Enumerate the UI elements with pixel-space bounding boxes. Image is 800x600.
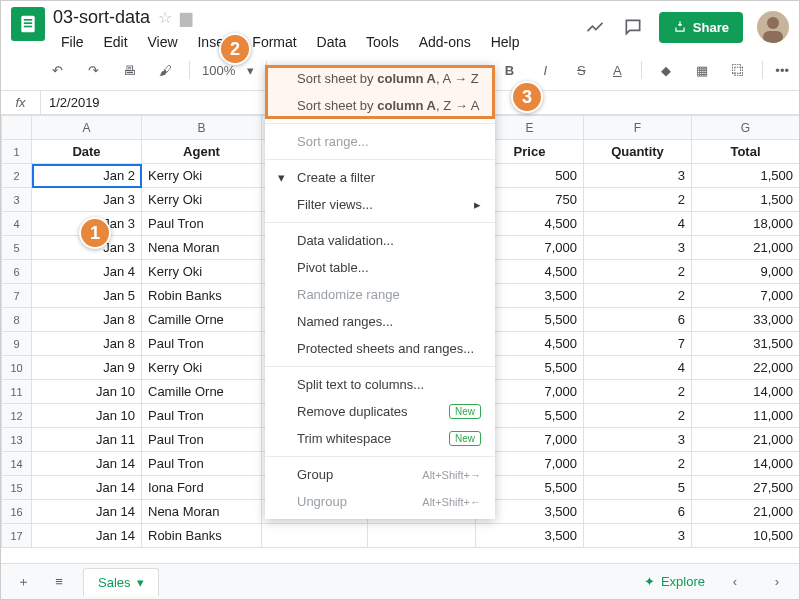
cell[interactable]: Kerry Oki — [142, 188, 262, 212]
cell[interactable]: 1,500 — [692, 164, 800, 188]
cell[interactable]: 6 — [584, 308, 692, 332]
cell[interactable]: Jan 8 — [32, 332, 142, 356]
cell[interactable]: 2 — [584, 284, 692, 308]
menu-data[interactable]: Data — [309, 30, 355, 54]
cell[interactable]: 14,000 — [692, 380, 800, 404]
menu-tools[interactable]: Tools — [358, 30, 407, 54]
cell[interactable]: 9,000 — [692, 260, 800, 284]
cell[interactable]: Paul Tron — [142, 332, 262, 356]
cell[interactable]: 11,000 — [692, 404, 800, 428]
nav-left-icon[interactable]: ‹ — [723, 570, 747, 594]
cell[interactable]: 31,500 — [692, 332, 800, 356]
cell[interactable]: Jan 14 — [32, 476, 142, 500]
dd-sort-za[interactable]: Sort sheet by column A, Z → A — [265, 92, 495, 119]
italic-icon[interactable]: I — [533, 58, 557, 82]
menu-view[interactable]: View — [139, 30, 185, 54]
col-A[interactable]: A — [32, 116, 142, 140]
sheets-logo[interactable] — [11, 7, 45, 41]
cell[interactable]: Camille Orne — [142, 308, 262, 332]
cell[interactable]: 7,000 — [692, 284, 800, 308]
cell[interactable]: Nena Moran — [142, 500, 262, 524]
more-icon[interactable]: ••• — [775, 63, 789, 78]
doc-title[interactable]: 03-sort-data — [53, 7, 150, 28]
cell[interactable]: 27,500 — [692, 476, 800, 500]
cell[interactable]: Jan 8 — [32, 308, 142, 332]
explore-button[interactable]: ✦Explore — [644, 574, 705, 589]
cell[interactable]: Iona Ford — [142, 476, 262, 500]
all-sheets-icon[interactable]: ≡ — [47, 570, 71, 594]
print-icon[interactable]: 🖶 — [117, 58, 141, 82]
cell[interactable]: 3 — [584, 428, 692, 452]
cell[interactable]: Jan 14 — [32, 524, 142, 548]
menu-help[interactable]: Help — [483, 30, 528, 54]
cell[interactable]: Paul Tron — [142, 404, 262, 428]
cell[interactable]: Nena Moran — [142, 236, 262, 260]
col-G[interactable]: G — [692, 116, 800, 140]
dd-create-filter[interactable]: ▾Create a filter — [265, 164, 495, 191]
menu-file[interactable]: File — [53, 30, 92, 54]
dd-named-ranges[interactable]: Named ranges... — [265, 308, 495, 335]
cell[interactable]: 3,500 — [476, 524, 584, 548]
share-button[interactable]: Share — [659, 12, 743, 43]
borders-icon[interactable]: ▦ — [690, 58, 714, 82]
zoom-select[interactable]: 100% — [202, 63, 235, 78]
text-color-icon[interactable]: A — [605, 58, 629, 82]
cell[interactable]: Jan 2 — [32, 164, 142, 188]
cell[interactable]: 2 — [584, 380, 692, 404]
cell[interactable]: Paul Tron — [142, 212, 262, 236]
cell[interactable]: 4 — [584, 356, 692, 380]
cell[interactable]: 7 — [584, 332, 692, 356]
merge-icon[interactable]: ⿻ — [726, 58, 750, 82]
cell[interactable]: 10,500 — [692, 524, 800, 548]
cell[interactable]: Jan 10 — [32, 404, 142, 428]
cell[interactable]: 2 — [584, 260, 692, 284]
col-F[interactable]: F — [584, 116, 692, 140]
cell[interactable]: Jan 14 — [32, 452, 142, 476]
fill-icon[interactable]: ◆ — [654, 58, 678, 82]
dd-trim-whitespace[interactable]: Trim whitespaceNew — [265, 425, 495, 452]
avatar[interactable] — [757, 11, 789, 43]
dd-protected[interactable]: Protected sheets and ranges... — [265, 335, 495, 362]
cell[interactable] — [262, 524, 368, 548]
paint-icon[interactable]: 🖌 — [153, 58, 177, 82]
star-icon[interactable]: ☆ — [158, 8, 172, 27]
dd-pivot[interactable]: Pivot table... — [265, 254, 495, 281]
cell[interactable]: 4 — [584, 212, 692, 236]
cell[interactable] — [368, 524, 476, 548]
cell[interactable]: Jan 14 — [32, 500, 142, 524]
redo-icon[interactable]: ↷ — [81, 58, 105, 82]
cell[interactable]: Robin Banks — [142, 284, 262, 308]
cell[interactable]: 22,000 — [692, 356, 800, 380]
cell[interactable]: Paul Tron — [142, 452, 262, 476]
cell[interactable]: 21,000 — [692, 500, 800, 524]
dd-filter-views[interactable]: Filter views...▸ — [265, 191, 495, 218]
cell[interactable]: Jan 11 — [32, 428, 142, 452]
cell[interactable]: 3 — [584, 524, 692, 548]
menu-edit[interactable]: Edit — [95, 30, 135, 54]
cell[interactable]: 5 — [584, 476, 692, 500]
cell[interactable]: Kerry Oki — [142, 164, 262, 188]
col-B[interactable]: B — [142, 116, 262, 140]
comment-icon[interactable] — [621, 15, 645, 39]
cell[interactable]: 3 — [584, 164, 692, 188]
activity-icon[interactable] — [583, 15, 607, 39]
cell[interactable]: 21,000 — [692, 428, 800, 452]
cell[interactable]: 21,000 — [692, 236, 800, 260]
add-sheet-icon[interactable]: ＋ — [11, 570, 35, 594]
cell[interactable]: Jan 9 — [32, 356, 142, 380]
cell[interactable]: Jan 5 — [32, 284, 142, 308]
cell[interactable]: Paul Tron — [142, 428, 262, 452]
dd-remove-duplicates[interactable]: Remove duplicatesNew — [265, 398, 495, 425]
cell[interactable]: Kerry Oki — [142, 260, 262, 284]
bold-icon[interactable]: B — [497, 58, 521, 82]
cell[interactable]: 2 — [584, 452, 692, 476]
menu-addons[interactable]: Add-ons — [411, 30, 479, 54]
cell[interactable]: 6 — [584, 500, 692, 524]
cell[interactable]: 18,000 — [692, 212, 800, 236]
cell[interactable]: Kerry Oki — [142, 356, 262, 380]
cell[interactable]: Jan 10 — [32, 380, 142, 404]
cell[interactable]: 33,000 — [692, 308, 800, 332]
cell[interactable]: Camille Orne — [142, 380, 262, 404]
cell[interactable]: 2 — [584, 404, 692, 428]
folder-icon[interactable]: ▆ — [180, 8, 192, 27]
